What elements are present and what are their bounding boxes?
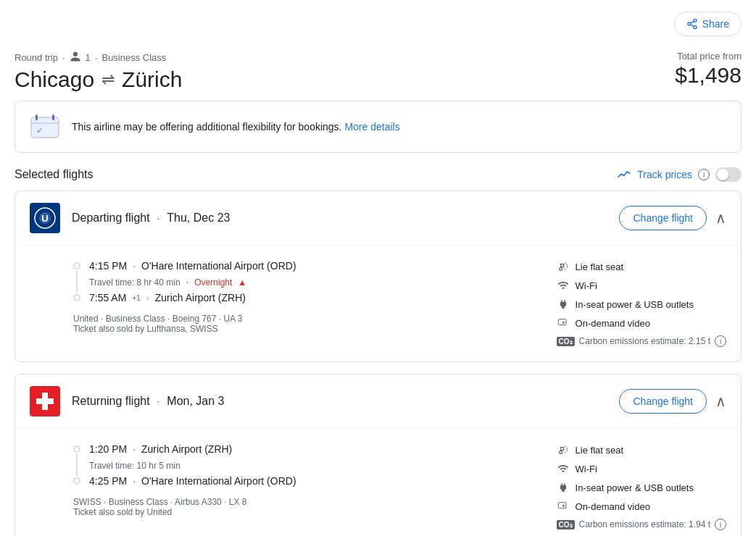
ret-arrive-airport: O'Hare International Airport (ORD) xyxy=(141,475,296,487)
departing-flight-card: U Departing flight · Thu, Dec 23 Change … xyxy=(14,190,742,362)
returning-flight-header-left: Returning flight · Mon, Jan 3 xyxy=(30,386,224,416)
ret-carbon-icon: CO₂ xyxy=(557,520,575,529)
departing-flight-times: 4:15 PM · O'Hare International Airport (… xyxy=(73,260,528,347)
ret-amenity-seat-text: Lie flat seat xyxy=(576,445,624,456)
departing-flight-label: Departing flight · Thu, Dec 23 xyxy=(72,212,230,225)
arrive-time: 7:55 AM xyxy=(89,292,126,303)
svg-rect-7 xyxy=(52,114,54,120)
price-section: Total price from $1,498 xyxy=(675,51,742,88)
track-prices-toggle[interactable] xyxy=(715,167,742,182)
destination-city: Zürich xyxy=(122,67,182,92)
ret-seat-icon xyxy=(557,443,570,456)
share-icon xyxy=(686,18,698,30)
svg-line-4 xyxy=(690,21,694,23)
video-icon xyxy=(557,317,570,330)
header-left: Round trip · 1 · Business Class Chicago … xyxy=(14,51,182,92)
selected-flights-header: Selected flights Track prices i xyxy=(14,167,742,182)
share-button[interactable]: Share xyxy=(674,12,742,36)
ret-video-icon xyxy=(557,500,570,513)
toggle-knob xyxy=(717,169,728,180)
ret-carbon-info-icon[interactable]: i xyxy=(715,519,726,530)
track-prices-info-icon[interactable]: i xyxy=(698,169,710,180)
ret-carbon-text: Carbon emissions estimate: 1.94 t xyxy=(579,519,710,529)
arrive-superscript: +1 xyxy=(132,294,140,302)
more-details-link[interactable]: More details xyxy=(344,121,399,133)
overnight-badge: Overnight xyxy=(194,277,232,288)
track-prices-icon xyxy=(617,169,631,180)
departing-flight-header: U Departing flight · Thu, Dec 23 Change … xyxy=(15,191,741,246)
returning-flight-label: Returning flight · Mon, Jan 3 xyxy=(72,395,224,408)
departing-carbon: CO₂ Carbon emissions estimate: 2.15 t i xyxy=(557,335,726,347)
amenity-seat: Lie flat seat xyxy=(557,260,726,273)
returning-collapse-icon[interactable]: ∧ xyxy=(715,393,726,410)
ret-amenity-wifi-text: Wi-Fi xyxy=(576,464,597,474)
svg-rect-5 xyxy=(31,117,59,138)
departing-flight-header-right: Change flight ∧ xyxy=(619,206,726,230)
passenger-count: 1 xyxy=(86,52,91,63)
ret-depart-airport: Zurich Airport (ZRH) xyxy=(141,443,232,455)
returning-label-text: Returning flight xyxy=(72,395,150,407)
arrive-dot xyxy=(73,294,80,301)
arrive-airport: Zurich Airport (ZRH) xyxy=(155,292,246,303)
flexibility-notice: ✓ This airline may be offering additiona… xyxy=(14,101,742,153)
page-header: Round trip · 1 · Business Class Chicago … xyxy=(14,51,742,92)
ret-amenity-video-text: On-demand video xyxy=(576,501,650,512)
svg-text:U: U xyxy=(41,213,48,224)
depart-time: 4:15 PM xyxy=(89,260,127,272)
wifi-icon xyxy=(557,279,570,292)
ret-depart-dot-col xyxy=(73,443,80,485)
svg-rect-19 xyxy=(558,503,566,508)
amenity-power-text: In-seat power & USB outlets xyxy=(576,299,694,310)
ret-amenity-wifi: Wi-Fi xyxy=(557,462,726,475)
ret-amenity-seat: Lie flat seat xyxy=(557,443,726,456)
amenity-wifi-text: Wi-Fi xyxy=(576,280,597,291)
warning-icon: ▲ xyxy=(238,277,246,288)
svg-line-3 xyxy=(690,25,694,27)
ret-wifi-icon xyxy=(557,462,570,475)
departing-amenities: Lie flat seat Wi-Fi In-seat power & USB … xyxy=(557,260,726,347)
returning-flight-details: SWISS · Business Class · Airbus A330 · L… xyxy=(73,497,528,517)
departing-flight-header-left: U Departing flight · Thu, Dec 23 xyxy=(30,203,230,233)
departing-change-flight-button[interactable]: Change flight xyxy=(619,206,707,230)
departing-details-line2: Ticket also sold by Lufthansa, SWISS xyxy=(73,324,528,334)
ret-depart-dot xyxy=(73,445,80,453)
returning-change-flight-button[interactable]: Change flight xyxy=(619,389,707,414)
ret-arrive-time: 4:25 PM xyxy=(89,475,127,487)
ret-travel-time-text: Travel time: 10 hr 5 min xyxy=(89,461,180,471)
departing-collapse-icon[interactable]: ∧ xyxy=(715,209,726,227)
depart-dot-col xyxy=(73,260,80,301)
returning-carbon: CO₂ Carbon emissions estimate: 1.94 t i xyxy=(557,519,726,530)
dot-line xyxy=(76,271,78,293)
returning-details-line2: Ticket also sold by United xyxy=(73,507,528,517)
ret-amenity-power: In-seat power & USB outlets xyxy=(557,481,726,494)
departing-date: Thu, Dec 23 xyxy=(167,212,230,224)
returning-details-line1: SWISS · Business Class · Airbus A330 · L… xyxy=(73,497,528,507)
origin-city: Chicago xyxy=(14,67,94,92)
cabin-class: Business Class xyxy=(101,52,166,63)
ret-depart-row: 1:20 PM · Zurich Airport (ZRH) xyxy=(89,443,528,455)
depart-dot xyxy=(73,262,80,269)
total-price-value: $1,498 xyxy=(675,63,742,88)
returning-date: Mon, Jan 3 xyxy=(167,395,224,407)
returning-amenities: Lie flat seat Wi-Fi In-seat power & USB … xyxy=(557,443,726,530)
notice-static-text: This airline may be offering additional … xyxy=(72,121,342,133)
ret-amenity-power-text: In-seat power & USB outlets xyxy=(576,482,694,493)
amenity-wifi: Wi-Fi xyxy=(557,279,726,292)
departing-label-text: Departing flight xyxy=(72,212,150,224)
returning-flight-header-right: Change flight ∧ xyxy=(619,389,726,414)
carbon-info-icon[interactable]: i xyxy=(715,335,726,347)
depart-row: 4:15 PM · O'Hare International Airport (… xyxy=(89,260,528,272)
ret-times-col: 1:20 PM · Zurich Airport (ZRH) Travel ti… xyxy=(89,443,528,487)
route-title: Chicago ⇌ Zürich xyxy=(14,67,182,92)
amenity-video-text: On-demand video xyxy=(576,318,650,329)
amenity-video: On-demand video xyxy=(557,317,726,330)
power-icon xyxy=(557,298,570,311)
amenity-power: In-seat power & USB outlets xyxy=(557,298,726,311)
track-prices-section: Track prices i xyxy=(617,167,742,182)
passenger-icon xyxy=(70,51,81,64)
amenity-seat-text: Lie flat seat xyxy=(576,261,624,272)
ret-arrive-row: 4:25 PM · O'Hare International Airport (… xyxy=(89,475,528,487)
swiss-logo xyxy=(30,386,60,416)
ret-travel-time-row: Travel time: 10 hr 5 min xyxy=(89,456,528,475)
selected-flights-title: Selected flights xyxy=(14,168,94,181)
